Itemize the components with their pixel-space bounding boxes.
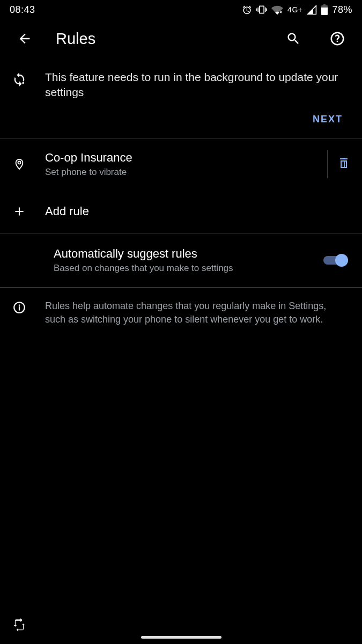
rule-item[interactable]: Co-op InsuranceSet phone to vibrate	[0, 138, 362, 190]
vibrate-icon	[256, 4, 267, 15]
info-icon	[12, 301, 26, 314]
battery-percent: 78%	[332, 4, 352, 16]
back-button[interactable]	[12, 26, 38, 52]
banner-message: This feature needs to run in the backgro…	[45, 70, 350, 100]
vertical-separator	[327, 150, 328, 178]
info-block: Rules help automate changes that you reg…	[0, 288, 362, 326]
search-icon	[286, 31, 301, 46]
rule-title: Co-op Insurance	[45, 151, 305, 165]
delete-rule-button[interactable]	[337, 156, 350, 172]
wifi-icon	[271, 4, 283, 15]
arrow-back-icon	[17, 31, 32, 46]
status-time: 08:43	[10, 4, 35, 16]
info-text: Rules help automate changes that you reg…	[45, 299, 350, 326]
help-button[interactable]	[324, 26, 350, 52]
auto-suggest-subtitle: Based on changes that you make to settin…	[54, 263, 305, 274]
plus-icon	[12, 204, 26, 218]
trash-icon	[337, 156, 350, 170]
rotate-suggestion-button[interactable]	[12, 618, 27, 635]
gesture-pill[interactable]	[141, 636, 221, 639]
page-title: Rules	[56, 30, 262, 48]
app-bar: Rules	[0, 19, 362, 58]
search-button[interactable]	[280, 26, 306, 52]
rules-sync-icon	[12, 72, 27, 87]
auto-suggest-title: Automatically suggest rules	[54, 247, 305, 261]
help-icon	[329, 31, 345, 47]
auto-suggest-item[interactable]: Automatically suggest rulesBased on chan…	[0, 233, 362, 287]
battery-icon	[321, 4, 328, 15]
add-rule-item[interactable]: Add rule	[0, 190, 362, 233]
signal-icon	[307, 5, 317, 15]
next-button[interactable]: NEXT	[309, 108, 346, 130]
alarm-icon	[242, 5, 252, 15]
location-pin-icon	[13, 157, 25, 172]
navigation-bar	[0, 610, 362, 644]
auto-suggest-switch[interactable]	[323, 253, 348, 268]
background-permission-banner: This feature needs to run in the backgro…	[0, 58, 362, 100]
rotate-icon	[12, 618, 27, 633]
network-type-label: 4G+	[287, 5, 302, 14]
status-icons: 4G+78%	[242, 4, 352, 16]
add-rule-label: Add rule	[45, 204, 350, 218]
status-bar: 08:434G+78%	[0, 0, 362, 19]
rule-subtitle: Set phone to vibrate	[45, 167, 305, 178]
